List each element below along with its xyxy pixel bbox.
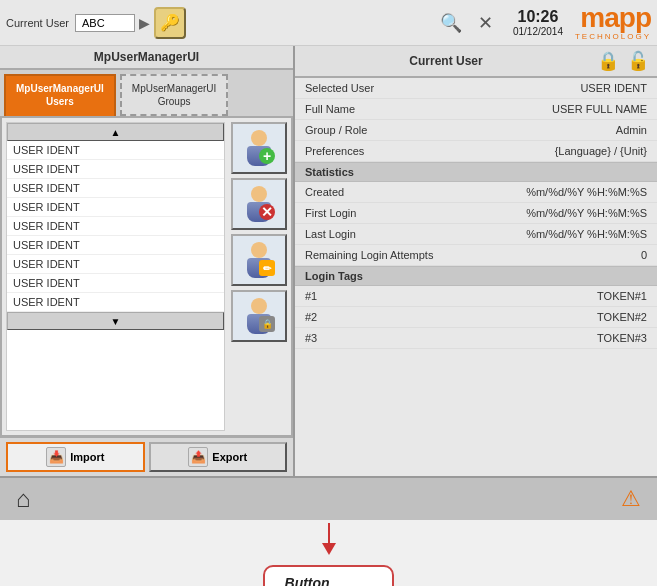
list-item[interactable]: USER IDENT <box>7 255 224 274</box>
warning-button[interactable]: ⚠ <box>621 486 641 512</box>
first-login-value: %m/%d/%Y %H:%M:%S <box>526 207 647 219</box>
selected-user-row: Selected User USER IDENT <box>295 78 657 99</box>
tag3-label: #3 <box>305 332 597 344</box>
full-name-label: Full Name <box>305 103 552 115</box>
right-panel: Current User 🔒 🔓 Selected User USER IDEN… <box>295 46 657 476</box>
home-button[interactable]: ⌂ <box>16 485 31 513</box>
add-user-button[interactable]: + <box>231 122 287 174</box>
user-edit-icon: ✏ <box>241 242 277 278</box>
list-item[interactable]: USER IDENT <box>7 179 224 198</box>
right-panel-header: Current User 🔒 🔓 <box>295 46 657 78</box>
export-label: Export <box>212 451 247 463</box>
tooltip-title: Button <box>285 575 373 587</box>
last-login-value: %m/%d/%Y %H:%M:%S <box>526 228 647 240</box>
remaining-login-row: Remaining Login Attempts 0 <box>295 245 657 266</box>
user-remove-icon: ✕ <box>241 186 277 222</box>
arrow-stem <box>328 523 330 543</box>
edit-user-button[interactable]: ✏ <box>231 234 287 286</box>
action-buttons: + ✕ ✏ <box>227 118 291 435</box>
preferences-label: Preferences <box>305 145 555 157</box>
mapp-logo: mapp TECHNOLOGY <box>575 4 651 41</box>
left-panel-header: MpUserManagerUI <box>0 46 293 70</box>
group-role-label: Group / Role <box>305 124 616 136</box>
import-icon: 📥 <box>46 447 66 467</box>
selected-user-label: Selected User <box>305 82 580 94</box>
last-login-row: Last Login %m/%d/%Y %H:%M:%S <box>295 224 657 245</box>
tab-users[interactable]: MpUserManagerUIUsers <box>4 74 116 116</box>
preferences-row: Preferences {Language} / {Unit} <box>295 141 657 162</box>
created-value: %m/%d/%Y %H:%M:%S <box>526 186 647 198</box>
left-panel-body: ▲ USER IDENT USER IDENT USER IDENT USER … <box>0 116 293 437</box>
user-list: ▲ USER IDENT USER IDENT USER IDENT USER … <box>6 122 225 431</box>
tag1-row: #1 TOKEN#1 <box>295 286 657 307</box>
remaining-login-value: 0 <box>641 249 647 261</box>
tag2-value: TOKEN#2 <box>597 311 647 323</box>
list-item[interactable]: USER IDENT <box>7 236 224 255</box>
tab-groups[interactable]: MpUserManagerUIGroups <box>120 74 228 116</box>
search-icon[interactable]: 🔍 <box>440 12 462 34</box>
arrow-icon: ▶ <box>139 15 150 31</box>
export-button[interactable]: 📤 Export <box>149 442 288 472</box>
tag1-label: #1 <box>305 290 597 302</box>
tag3-row: #3 TOKEN#3 <box>295 328 657 349</box>
gear-icon[interactable]: ✕ <box>478 12 493 34</box>
bottom-buttons: 📥 Import 📤 Export <box>0 437 293 476</box>
remove-user-button[interactable]: ✕ <box>231 178 287 230</box>
full-name-row: Full Name USER FULL NAME <box>295 99 657 120</box>
user-list-items: USER IDENT USER IDENT USER IDENT USER ID… <box>7 141 224 312</box>
list-item[interactable]: USER IDENT <box>7 141 224 160</box>
created-label: Created <box>305 186 526 198</box>
user-add-icon: + <box>241 130 277 166</box>
login-tags-header: Login Tags <box>295 266 657 286</box>
first-login-row: First Login %m/%d/%Y %H:%M:%S <box>295 203 657 224</box>
scroll-up-button[interactable]: ▲ <box>7 123 224 141</box>
tooltip-container: Button • ShowDialog <box>0 520 657 586</box>
tag2-label: #2 <box>305 311 597 323</box>
list-item[interactable]: USER IDENT <box>7 274 224 293</box>
created-row: Created %m/%d/%Y %H:%M:%S <box>295 182 657 203</box>
group-role-row: Group / Role Admin <box>295 120 657 141</box>
import-label: Import <box>70 451 104 463</box>
footer-bar: ⌂ ⚠ <box>0 476 657 520</box>
arrow-head-icon <box>322 543 336 555</box>
lock-open-icon[interactable]: 🔓 <box>627 50 649 72</box>
last-login-label: Last Login <box>305 228 526 240</box>
tooltip-box: Button • ShowDialog <box>263 565 395 587</box>
user-lock-icon: 🔒 <box>241 298 277 334</box>
first-login-label: First Login <box>305 207 526 219</box>
selected-user-value: USER IDENT <box>580 82 647 94</box>
list-item[interactable]: USER IDENT <box>7 293 224 312</box>
scroll-down-button[interactable]: ▼ <box>7 312 224 330</box>
right-panel-body: Selected User USER IDENT Full Name USER … <box>295 78 657 476</box>
lock-user-button[interactable]: 🔒 <box>231 290 287 342</box>
current-user-value[interactable]: ABC <box>75 14 135 32</box>
list-item[interactable]: USER IDENT <box>7 160 224 179</box>
clock-display: 10:26 01/12/2014 <box>513 7 563 38</box>
tag1-value: TOKEN#1 <box>597 290 647 302</box>
key-button[interactable]: 🔑 <box>154 7 186 39</box>
preferences-value: {Language} / {Unit} <box>555 145 647 157</box>
top-bar: Current User ABC ▶ 🔑 🔍 ✕ 10:26 01/12/201… <box>0 0 657 46</box>
main-content: MpUserManagerUI MpUserManagerUIUsers MpU… <box>0 46 657 476</box>
tab-bar: MpUserManagerUIUsers MpUserManagerUIGrou… <box>0 70 293 116</box>
tag2-row: #2 TOKEN#2 <box>295 307 657 328</box>
list-item[interactable]: USER IDENT <box>7 198 224 217</box>
export-icon: 📤 <box>188 447 208 467</box>
list-item[interactable]: USER IDENT <box>7 217 224 236</box>
import-button[interactable]: 📥 Import <box>6 442 145 472</box>
full-name-value: USER FULL NAME <box>552 103 647 115</box>
left-panel: MpUserManagerUI MpUserManagerUIUsers MpU… <box>0 46 295 476</box>
remaining-login-label: Remaining Login Attempts <box>305 249 641 261</box>
statistics-header: Statistics <box>295 162 657 182</box>
current-user-label: Current User <box>6 17 69 29</box>
user-list-container: ▲ USER IDENT USER IDENT USER IDENT USER … <box>2 118 227 435</box>
group-role-value: Admin <box>616 124 647 136</box>
right-panel-title: Current User <box>303 54 589 68</box>
tag3-value: TOKEN#3 <box>597 332 647 344</box>
lock-closed-icon[interactable]: 🔒 <box>597 50 619 72</box>
